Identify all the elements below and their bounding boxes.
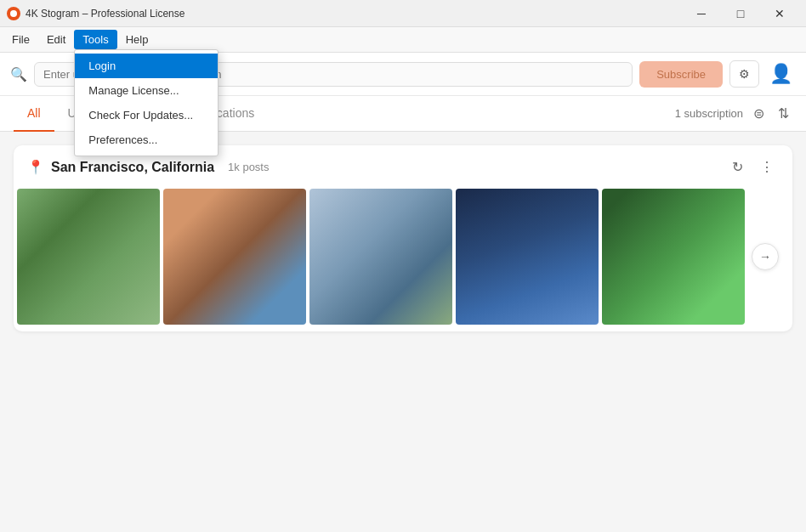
menu-tools-check-updates[interactable]: Check For Updates... — [75, 103, 218, 127]
filter-button[interactable]: ⚙ — [729, 60, 759, 88]
menu-help[interactable]: Help — [117, 30, 157, 49]
menu-tools-preferences[interactable]: Preferences... — [75, 127, 218, 152]
more-options-button[interactable]: ⋮ — [755, 156, 779, 178]
location-pin-icon: 📍 — [27, 159, 44, 175]
photo-strip: → — [14, 189, 792, 331]
content-area: 📍 San Francisco, California 1k posts ↻ ⋮… — [0, 132, 806, 345]
title-bar: 4K Stogram – Professional License ─ □ ✕ — [0, 0, 806, 27]
menu-tools-container: Tools Login Manage License... Check For … — [74, 30, 116, 49]
profile-icon: 👤 — [769, 63, 792, 84]
sort-button[interactable]: ⇅ — [775, 102, 792, 125]
filter-icon: ⚙ — [739, 67, 750, 81]
title-bar-controls: ─ □ ✕ — [682, 0, 799, 27]
photo-item[interactable] — [163, 189, 306, 325]
location-actions: ↻ ⋮ — [727, 156, 779, 178]
menu-tools-manage-license[interactable]: Manage License... — [75, 78, 218, 103]
photo-item[interactable] — [309, 189, 452, 325]
close-button[interactable]: ✕ — [760, 0, 799, 27]
minimize-button[interactable]: ─ — [682, 0, 721, 27]
menu-tools[interactable]: Tools — [74, 30, 116, 49]
maximize-button[interactable]: □ — [721, 0, 760, 27]
refresh-button[interactable]: ↻ — [727, 156, 748, 178]
photo-item[interactable] — [602, 189, 745, 325]
menu-file[interactable]: File — [3, 30, 38, 49]
menu-bar: File Edit Tools Login Manage License... … — [0, 27, 806, 53]
location-posts: 1k posts — [228, 161, 269, 173]
photo-item[interactable] — [456, 189, 599, 325]
search-icon: 🔍 — [10, 66, 27, 82]
menu-tools-login[interactable]: Login — [75, 54, 218, 78]
title-bar-left: 4K Stogram – Professional License — [7, 7, 184, 20]
menu-edit[interactable]: Edit — [38, 30, 74, 49]
location-card: 📍 San Francisco, California 1k posts ↻ ⋮… — [14, 145, 792, 331]
next-photos-button[interactable]: → — [752, 243, 779, 270]
photo-item[interactable] — [17, 189, 160, 325]
app-icon — [7, 7, 20, 20]
tools-dropdown: Login Manage License... Check For Update… — [74, 49, 219, 156]
tab-all[interactable]: All — [14, 96, 54, 132]
subscribe-button[interactable]: Subscribe — [639, 61, 723, 88]
profile-button[interactable]: 👤 — [766, 59, 796, 88]
app-title: 4K Stogram – Professional License — [26, 8, 184, 20]
search-subscriptions-button[interactable]: ⊜ — [750, 102, 768, 125]
subscription-count: 1 subscription ⊜ ⇅ — [675, 102, 792, 125]
location-name: San Francisco, California — [51, 160, 214, 175]
